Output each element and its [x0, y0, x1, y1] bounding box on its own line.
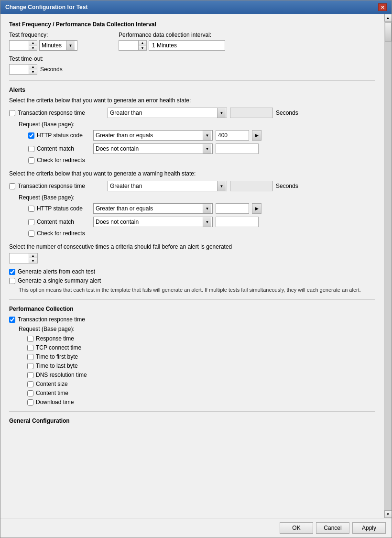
warning-criteria-label: Select the criteria below that you want …: [9, 170, 375, 177]
error-request-label: Request (Base page):: [19, 121, 375, 128]
perf-transaction-checkbox[interactable]: [9, 317, 15, 323]
warning-transaction-label: Transaction response time: [18, 183, 85, 189]
perf-data-input[interactable]: 1: [119, 41, 138, 50]
perf-response-checkbox[interactable]: [27, 336, 33, 342]
error-content-row: Content match Does not contain Contains …: [19, 143, 375, 154]
perf-download-checkbox[interactable]: [27, 399, 33, 406]
error-content-value-input[interactable]: [216, 143, 259, 154]
consecutive-spinbox[interactable]: 1 ▲ ▼: [9, 253, 38, 264]
warning-http-value-input[interactable]: [216, 203, 249, 214]
perf-content-time-checkbox[interactable]: [27, 390, 33, 396]
generate-summary-checkbox[interactable]: [9, 278, 15, 284]
consecutive-input[interactable]: 1: [10, 254, 29, 263]
divider-1: [9, 80, 375, 81]
close-button[interactable]: ✕: [378, 3, 387, 11]
perf-dns-row: DNS resolution time: [9, 372, 375, 378]
error-http-row: HTTP status code Greater than or equals …: [19, 130, 375, 141]
error-transaction-checkbox[interactable]: [9, 110, 15, 116]
perf-content-time-label: Content time: [36, 390, 68, 396]
error-transaction-value-input[interactable]: [230, 108, 273, 118]
perf-last-byte-checkbox[interactable]: [27, 363, 33, 369]
warning-content-row: Content match Does not contain Contains …: [19, 217, 375, 227]
perf-first-byte-checkbox[interactable]: [27, 354, 33, 360]
error-http-checkbox[interactable]: [28, 132, 34, 139]
error-content-checkbox[interactable]: [28, 146, 34, 152]
timeout-down-btn[interactable]: ▼: [29, 69, 37, 74]
scrollbar[interactable]: ▲ ▼: [384, 14, 392, 518]
error-content-select[interactable]: Does not contain Contains Equals: [94, 144, 203, 154]
frequency-section: Test Frequency / Performance Data Collec…: [9, 21, 375, 75]
cancel-button[interactable]: Cancel: [316, 522, 349, 534]
error-transaction-select[interactable]: Greater than Greater than or equals Less…: [108, 108, 217, 118]
frequency-title: Test Frequency / Performance Data Collec…: [9, 21, 375, 28]
timeout-up-btn[interactable]: ▲: [29, 65, 37, 69]
perf-data-up-btn[interactable]: ▲: [139, 41, 146, 45]
error-http-dropdown[interactable]: Greater than or equals Greater than Less…: [93, 130, 213, 141]
scrollbar-track[interactable]: [384, 22, 392, 510]
scrollbar-thumb[interactable]: [385, 22, 392, 42]
main-content: Test Frequency / Performance Data Collec…: [0, 14, 384, 518]
frequency-unit-select[interactable]: Minutes Seconds Hours ▼: [39, 40, 77, 51]
scrollbar-down-btn[interactable]: ▼: [384, 510, 392, 518]
generate-summary-row: Generate a single summary alert: [9, 277, 375, 284]
alerts-title: Alerts: [9, 87, 375, 93]
generate-each-checkbox[interactable]: [9, 269, 15, 275]
warning-http-checkbox[interactable]: [28, 206, 34, 212]
error-transaction-dropdown[interactable]: Greater than Greater than or equals Less…: [108, 108, 227, 118]
perf-tcp-checkbox[interactable]: [27, 345, 33, 351]
test-frequency-spinbox[interactable]: 5 ▲ ▼: [9, 40, 37, 51]
warning-redirect-checkbox[interactable]: [28, 231, 34, 237]
perf-data-down-btn[interactable]: ▼: [139, 45, 146, 50]
warning-transaction-row: Transaction response time Greater than G…: [9, 181, 375, 191]
warning-transaction-dropdown[interactable]: Greater than Greater than or equals Less…: [108, 181, 227, 191]
warning-content-select[interactable]: Does not contain Contains Equals: [94, 217, 203, 227]
warning-content-value-input[interactable]: [216, 217, 259, 227]
frequency-down-btn[interactable]: ▼: [29, 45, 37, 50]
test-frequency-input[interactable]: 5: [10, 41, 29, 50]
perf-dns-checkbox[interactable]: [27, 372, 33, 378]
error-redirect-label: Check for redirects: [37, 157, 85, 164]
perf-request-label: Request (Base page):: [9, 326, 375, 332]
warning-http-play-button[interactable]: ▶: [252, 203, 261, 214]
consecutive-down-btn[interactable]: ▼: [29, 258, 37, 263]
warning-transaction-value-input[interactable]: [230, 181, 273, 191]
warning-request-label: Request (Base page):: [19, 194, 375, 201]
perf-dns-label: DNS resolution time: [36, 372, 87, 378]
bottom-bar: OK Cancel Apply: [0, 518, 392, 538]
error-http-label: HTTP status code: [37, 132, 83, 139]
perf-content-size-label: Content size: [36, 381, 68, 387]
perf-response-row: Response time: [9, 335, 375, 342]
warning-http-row: HTTP status code Greater than or equals …: [19, 203, 375, 214]
error-http-select[interactable]: Greater than or equals Greater than Less…: [94, 131, 203, 140]
error-http-value-input[interactable]: [216, 130, 249, 141]
warning-redirect-label: Check for redirects: [37, 230, 85, 237]
title-bar: Change Configuration for Test ✕: [0, 0, 392, 14]
perf-data-spinbox[interactable]: 1 ▲ ▼: [119, 40, 147, 51]
error-http-play-button[interactable]: ▶: [252, 130, 261, 141]
timeout-spinbox[interactable]: 45 ▲ ▼: [9, 64, 37, 75]
timeout-label: Test time-out:: [9, 55, 375, 62]
warning-http-dropdown[interactable]: Greater than or equals Greater than Less…: [93, 203, 213, 214]
warning-transaction-checkbox[interactable]: [9, 183, 15, 189]
scrollbar-up-btn[interactable]: ▲: [384, 14, 392, 22]
error-content-label: Content match: [37, 145, 74, 152]
warning-content-checkbox[interactable]: [28, 219, 34, 225]
perf-transaction-row: Transaction response time: [9, 316, 375, 323]
apply-button[interactable]: Apply: [352, 522, 386, 534]
warning-http-select[interactable]: Greater than or equals Greater than Less…: [94, 204, 203, 213]
timeout-input[interactable]: 45: [10, 65, 29, 74]
perf-download-row: Download time: [9, 399, 375, 406]
consecutive-up-btn[interactable]: ▲: [29, 253, 37, 258]
divider-3: [9, 411, 375, 412]
frequency-up-btn[interactable]: ▲: [29, 41, 37, 45]
ok-button[interactable]: OK: [280, 522, 313, 534]
frequency-unit-dropdown[interactable]: Minutes Seconds Hours: [40, 41, 66, 50]
warning-content-dropdown[interactable]: Does not contain Contains Equals ▼: [93, 217, 213, 227]
warning-content-label: Content match: [37, 219, 74, 225]
perf-content-size-checkbox[interactable]: [27, 381, 33, 387]
perf-tcp-row: TCP connect time: [9, 344, 375, 351]
error-redirect-checkbox[interactable]: [28, 157, 34, 164]
performance-title: Performance Collection: [9, 306, 375, 312]
error-content-dropdown[interactable]: Does not contain Contains Equals ▼: [93, 143, 213, 154]
warning-transaction-select[interactable]: Greater than Greater than or equals Less…: [108, 181, 217, 191]
